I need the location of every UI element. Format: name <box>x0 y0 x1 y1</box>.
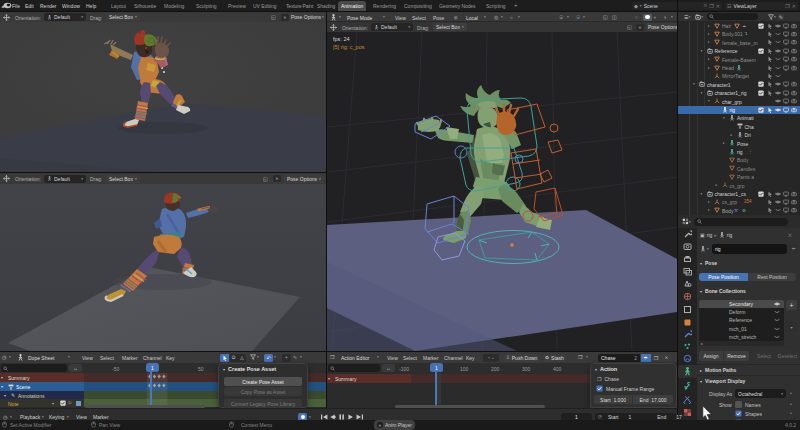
svg-text:fps: 24: fps: 24 <box>333 36 350 42</box>
svg-text:[5] rig: c_pos: [5] rig: c_pos <box>333 44 365 50</box>
